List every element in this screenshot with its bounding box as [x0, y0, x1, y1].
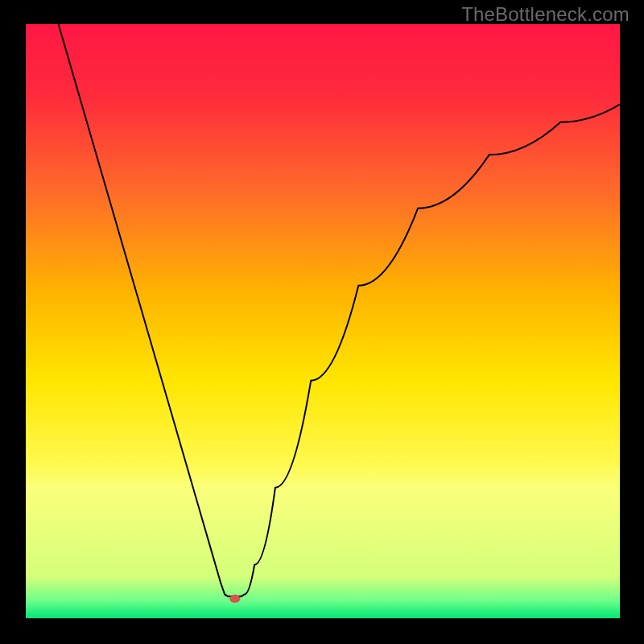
bottleneck-chart — [26, 24, 620, 618]
watermark-text: TheBottleneck.com — [461, 3, 630, 26]
optimal-marker — [229, 594, 240, 602]
gradient-background — [26, 24, 620, 618]
